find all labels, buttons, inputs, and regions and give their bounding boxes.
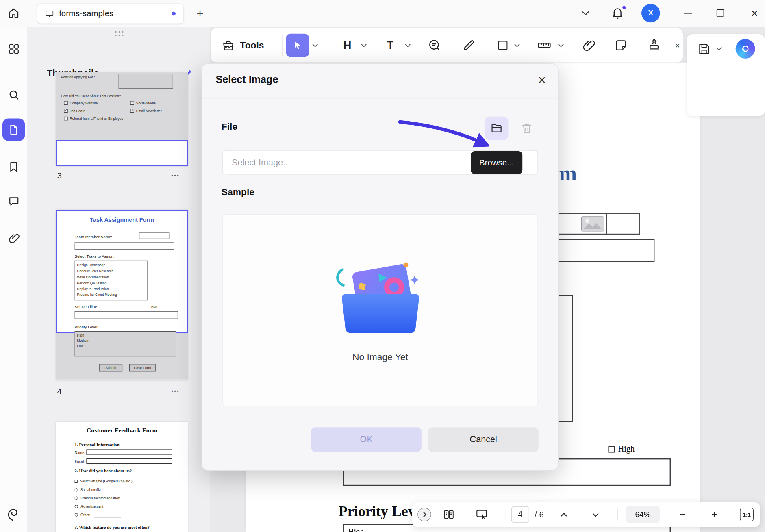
section-label: 1. Personal Information [75, 442, 120, 447]
field-label: Position Applying For : [61, 76, 95, 79]
app-logo[interactable] [5, 507, 21, 523]
presentation-button[interactable] [474, 508, 489, 521]
page3-selected-region[interactable] [56, 140, 188, 166]
sidebar-item-comments[interactable] [7, 194, 21, 208]
sidebar-item-attachments[interactable] [7, 231, 21, 245]
sidebar-item-grid[interactable] [7, 42, 21, 56]
page-4-menu-button[interactable]: ••• [171, 388, 180, 394]
ok-button[interactable]: OK [311, 427, 422, 452]
main-toolbar: Tools H T ✕ [211, 28, 683, 63]
cancel-button[interactable]: Cancel [428, 427, 539, 452]
tab-title: forms-samples [59, 9, 113, 19]
cursor-icon [293, 41, 302, 50]
page-3-menu-button[interactable]: ••• [171, 173, 180, 178]
pen-icon [462, 39, 476, 52]
file-label: File [222, 122, 237, 132]
previous-page-button[interactable] [558, 509, 570, 520]
field-box [75, 311, 178, 319]
page-total-label: / 6 [535, 510, 544, 520]
comment-search-icon [428, 39, 441, 52]
doc-high-label: High [618, 444, 635, 454]
actual-size-button[interactable]: 1:1 [740, 508, 754, 521]
page-number-4: 4 [57, 387, 61, 397]
other-underline [94, 517, 121, 517]
heading-tool-chevron-icon[interactable] [360, 42, 368, 49]
notifications-button[interactable] [611, 6, 626, 21]
sidebar-item-pages-active[interactable] [2, 119, 25, 141]
sticker-icon [614, 39, 628, 52]
thumb-checkbox-option: Social Media [130, 101, 155, 105]
thumbnail-page-4[interactable]: Task Assignment Form Team Member Name: S… [56, 210, 188, 380]
tools-button[interactable]: Tools [222, 34, 264, 57]
priority-select-box: High Medium Low [75, 331, 176, 356]
next-page-button[interactable] [589, 509, 602, 520]
text-tool-button[interactable]: T [381, 35, 399, 56]
select-tool-button[interactable] [286, 34, 309, 57]
zoom-level-button[interactable]: 64% [626, 506, 660, 523]
thumbnail-page-5[interactable]: Customer Feedback Form 1. Personal Infor… [56, 422, 188, 532]
chevron-up-icon [561, 512, 567, 517]
minimize-button[interactable] [684, 13, 692, 13]
doc-high-checkbox[interactable] [608, 446, 615, 453]
stamp-tool-button[interactable] [646, 37, 663, 54]
page-number-3: 3 [57, 171, 61, 181]
shape-tool-chevron-icon[interactable] [513, 42, 521, 49]
home-icon[interactable] [7, 6, 21, 20]
new-tab-button[interactable]: + [192, 5, 208, 21]
notification-dot [622, 6, 626, 9]
text-tool-chevron-icon[interactable] [404, 42, 412, 49]
sticker-tool-button[interactable] [613, 37, 629, 54]
ai-assistant-button[interactable] [736, 39, 755, 59]
ruler-icon [537, 38, 552, 53]
toolbox-icon [222, 39, 235, 52]
zoom-out-button[interactable]: − [676, 507, 689, 522]
save-tool-chevron-icon[interactable] [715, 46, 723, 52]
measure-tool-chevron-icon[interactable] [557, 42, 565, 49]
mini-high-checkbox: High [148, 305, 157, 308]
field-label: Set Deadline: [75, 305, 98, 309]
page-view-button[interactable] [441, 508, 456, 521]
field-label: Priority Level: [75, 325, 98, 329]
close-button[interactable]: ✕ [748, 7, 762, 20]
comment-search-tool-button[interactable] [426, 37, 443, 54]
attachment-tool-button[interactable] [580, 37, 597, 54]
select-tool-chevron-icon[interactable] [311, 42, 319, 49]
thumbnails-panel: Thumbnails Position Applying For : How D… [27, 27, 210, 532]
bar-divider [505, 509, 505, 521]
form-title: Customer Feedback Form [56, 427, 188, 434]
delete-image-button[interactable] [518, 119, 535, 137]
save-tool-button[interactable] [695, 41, 712, 57]
thumb-checkbox-option: Email Newsletter [130, 109, 161, 113]
thumb-checkbox-option: Search engine (Google/Bing/etc.) [75, 479, 133, 483]
tools-label: Tools [240, 40, 264, 50]
measure-tool-button[interactable] [536, 37, 553, 54]
avatar[interactable]: X [641, 4, 660, 23]
doc-field-box[interactable] [555, 239, 655, 262]
doc-image-cell-empty[interactable] [607, 213, 640, 235]
field-label: Email: [75, 459, 85, 464]
thumb-radio-option: Advertisement [75, 504, 104, 509]
thumbnail-page-3[interactable]: Position Applying For : How Did You Hear… [56, 72, 188, 166]
zoom-in-button[interactable]: + [708, 507, 722, 522]
section-label: 3. Which feature do you use most often? [75, 525, 150, 530]
field-box [119, 74, 173, 89]
panel-drag-handle[interactable] [115, 31, 124, 37]
section-label: 2. How did you hear about us? [75, 468, 132, 473]
sidebar-item-search[interactable] [7, 88, 21, 102]
field-box [86, 458, 172, 464]
shape-tool-button[interactable] [495, 37, 511, 54]
pen-tool-button[interactable] [461, 37, 477, 54]
toolbar-right-panel [687, 34, 765, 116]
toolbar-divider [282, 35, 283, 56]
dialog-close-icon[interactable]: ✕ [534, 72, 550, 89]
tab-list-chevron-icon[interactable] [580, 8, 591, 18]
toolbar-overflow-close-icon[interactable]: ✕ [673, 41, 682, 50]
expand-bar-button[interactable] [417, 508, 431, 521]
field-label: Team Member Name: [75, 235, 112, 239]
submit-button-thumb: Submit [99, 364, 123, 371]
document-tab[interactable]: forms-samples [37, 3, 184, 24]
heading-tool-button[interactable]: H [339, 35, 356, 56]
sidebar-item-bookmarks[interactable] [7, 160, 21, 174]
page-number-input[interactable]: 4 [511, 506, 529, 523]
maximize-button[interactable] [717, 9, 724, 17]
